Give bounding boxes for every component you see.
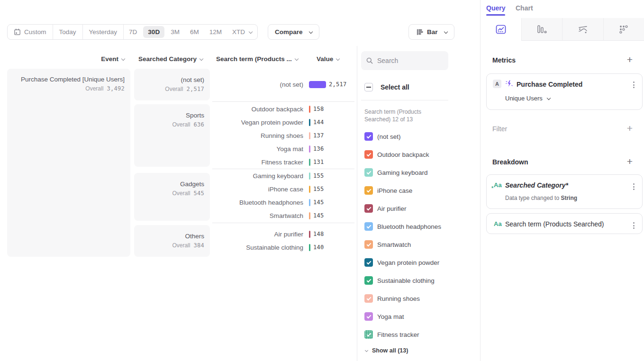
- search-input[interactable]: [377, 57, 439, 64]
- term-row[interactable]: Yoga mat136: [190, 142, 324, 155]
- compare-label: Compare: [275, 28, 303, 36]
- series-item[interactable]: iPhone case: [364, 181, 412, 199]
- divider: [361, 100, 448, 100]
- breakdown-menu-button[interactable]: [632, 182, 635, 191]
- chevron-down-icon: [365, 348, 368, 352]
- column-header-value[interactable]: Value: [317, 55, 339, 63]
- breakdown-title: Breakdown: [492, 158, 528, 166]
- term-row[interactable]: Sustainable clothing140: [190, 241, 324, 254]
- date-range-today[interactable]: Today: [53, 25, 83, 39]
- series-label: Running shoes: [377, 295, 420, 302]
- series-search-box[interactable]: [361, 51, 448, 70]
- date-range-6m[interactable]: 6M: [185, 25, 204, 39]
- metric-card[interactable]: A Purchase Completed Unique Users: [486, 73, 643, 110]
- series-checkbox[interactable]: [364, 276, 373, 285]
- term-row[interactable]: Vegan protein powder144: [190, 116, 324, 129]
- select-all-row[interactable]: Select all: [364, 83, 409, 91]
- event-name: Purchase Completed [Unique Users]: [12, 76, 125, 83]
- value-bar: [309, 106, 310, 113]
- series-item[interactable]: Outdoor backpack: [364, 145, 429, 163]
- term-row[interactable]: Running shoes137: [190, 129, 324, 142]
- term-row[interactable]: (not set)2,517: [190, 78, 347, 91]
- date-range-xtd[interactable]: XTD: [227, 25, 257, 39]
- term-row[interactable]: Gaming keyboard155: [190, 169, 324, 182]
- add-metric-button[interactable]: +: [625, 55, 635, 64]
- date-range-custom[interactable]: Custom: [8, 25, 53, 39]
- value-bar: [309, 231, 310, 238]
- series-item[interactable]: Sustainable clothing: [364, 271, 435, 289]
- funnels-report-tab[interactable]: [521, 18, 562, 41]
- chevron-down-icon: [121, 57, 125, 61]
- series-item[interactable]: Fitness tracker: [364, 325, 419, 343]
- select-all-checkbox[interactable]: [364, 83, 373, 91]
- check-icon: [366, 242, 371, 246]
- event-cell[interactable]: Purchase Completed [Unique Users] Overal…: [7, 69, 130, 257]
- retention-report-tab[interactable]: [603, 18, 644, 41]
- series-checkbox[interactable]: [364, 330, 373, 339]
- series-checkbox[interactable]: [364, 132, 373, 141]
- check-icon: [366, 278, 371, 282]
- flows-report-tab[interactable]: [562, 18, 603, 41]
- compare-button[interactable]: Compare: [268, 24, 319, 40]
- date-range-12m[interactable]: 12M: [204, 25, 227, 39]
- series-item[interactable]: (not set): [364, 127, 401, 145]
- chevron-down-icon: [336, 57, 340, 61]
- show-all-button[interactable]: Show all (13): [365, 347, 408, 354]
- tab-chart[interactable]: Chart: [516, 4, 533, 12]
- overall-label: Overall: [172, 121, 190, 128]
- breakdown-card-searched-category[interactable]: Aa* Searched Category* Data type changed…: [486, 174, 643, 209]
- column-header-search-term[interactable]: Search term (Products ...: [216, 55, 298, 63]
- series-item[interactable]: Vegan protein powder: [364, 253, 439, 271]
- term-value: 2,517: [329, 81, 347, 88]
- series-checkbox[interactable]: [364, 312, 373, 321]
- value-bar: [309, 212, 310, 219]
- date-range-3m[interactable]: 3M: [165, 25, 185, 39]
- group-separator: [212, 223, 354, 223]
- series-checkbox[interactable]: [364, 222, 373, 231]
- term-row[interactable]: iPhone case155: [190, 182, 324, 196]
- check-icon: [366, 314, 371, 318]
- column-header-event[interactable]: Event: [7, 55, 125, 63]
- chevron-down-icon: [308, 29, 312, 33]
- term-row[interactable]: Air purifier148: [190, 227, 324, 241]
- date-range-yesterday[interactable]: Yesterday: [83, 25, 124, 39]
- series-checkbox[interactable]: [364, 168, 373, 177]
- series-checkbox[interactable]: [364, 258, 373, 267]
- series-item[interactable]: Running shoes: [364, 289, 420, 307]
- term-label: Yoga mat: [190, 145, 303, 153]
- series-item[interactable]: Bluetooth headphones: [364, 217, 441, 235]
- term-row[interactable]: Smartwatch145: [190, 209, 324, 222]
- add-breakdown-button[interactable]: +: [625, 157, 635, 166]
- indeterminate-icon: [366, 87, 371, 88]
- date-range-7d[interactable]: 7D: [124, 25, 142, 39]
- term-value: 144: [313, 119, 324, 126]
- filter-caption: Search term (Products Searched) 12 of 13: [364, 108, 446, 123]
- series-item[interactable]: Gaming keyboard: [364, 163, 428, 181]
- term-row[interactable]: Fitness tracker131: [190, 155, 324, 169]
- series-item[interactable]: Smartwatch: [364, 235, 411, 253]
- series-checkbox[interactable]: [364, 240, 373, 249]
- series-item[interactable]: Air purifier: [364, 199, 407, 217]
- term-row[interactable]: Outdoor backpack158: [190, 102, 324, 116]
- breakdown-menu-button[interactable]: [632, 221, 635, 230]
- series-checkbox[interactable]: [364, 204, 373, 213]
- column-header-searched-category[interactable]: Searched Category: [134, 55, 203, 63]
- series-item[interactable]: Yoga mat: [364, 307, 404, 325]
- term-value: 136: [313, 145, 324, 152]
- value-bar: [309, 119, 310, 126]
- date-range-30d[interactable]: 30D: [143, 26, 164, 38]
- series-checkbox[interactable]: [364, 150, 373, 159]
- term-row[interactable]: Bluetooth headphones145: [190, 196, 324, 209]
- metric-menu-button[interactable]: [632, 81, 635, 89]
- report-type-tabs: [481, 18, 644, 41]
- insights-report-tab[interactable]: [481, 18, 521, 41]
- metric-mode-dropdown[interactable]: Unique Users: [505, 95, 550, 102]
- add-filter-button[interactable]: +: [625, 124, 635, 133]
- series-checkbox[interactable]: [364, 186, 373, 195]
- tab-query[interactable]: Query: [486, 4, 505, 12]
- value-bar: [309, 172, 310, 180]
- term-label: Sustainable clothing: [190, 244, 303, 251]
- breakdown-card-search-term[interactable]: Aa Search term (Products Searched): [486, 213, 643, 234]
- series-checkbox[interactable]: [364, 294, 373, 303]
- value-bar: [309, 199, 310, 206]
